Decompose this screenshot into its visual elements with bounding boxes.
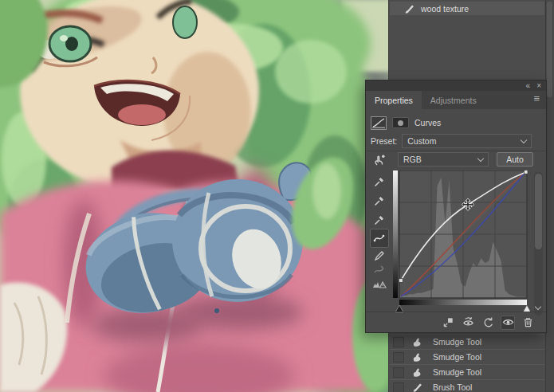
history-brush-source-checkbox[interactable] [393,367,404,378]
smudge-icon [411,351,422,363]
history-row-label: Smudge Tool [433,337,481,347]
curve-point[interactable] [399,279,403,283]
curves-adjustment-icon [371,116,387,130]
properties-panel: « × Properties Adjustments ≡ Curves Pres… [365,80,547,333]
adjustment-header: Curves [371,114,541,131]
output-gradient-bar [393,171,398,298]
gray-point-eyedropper-icon[interactable] [371,193,387,209]
smudge-icon [411,336,422,347]
panel-titlebar: « × [366,80,546,91]
history-brush-source-checkbox[interactable] [393,352,404,363]
history-item-label: wood texture [421,4,469,14]
history-row-label: Brush Tool [433,382,472,392]
layer-mask-icon[interactable] [392,117,409,128]
brush-icon [411,382,422,392]
close-icon[interactable]: × [536,82,541,90]
collapse-panel-icon[interactable]: « [526,82,531,90]
toggle-visibility-icon[interactable] [501,316,515,330]
history-row[interactable]: Smudge Tool [390,334,544,349]
tab-adjustments[interactable]: Adjustments [422,91,485,109]
white-point-eyedropper-icon[interactable] [371,212,387,228]
curves-tool-column [366,151,393,312]
preset-value: Custom [407,136,436,146]
panel-menu-icon[interactable]: ≡ [533,93,540,104]
adjustment-action-bar [366,312,546,332]
panel-tabs: Properties Adjustments [366,91,546,109]
adjustment-title: Curves [415,118,441,127]
smudge-icon [411,367,422,378]
curve-point[interactable] [524,171,528,174]
history-scrollbar-thumb[interactable] [547,2,552,97]
chevron-down-icon [521,137,527,143]
input-gradient-bar [399,300,527,305]
history-row-label: Smudge Tool [433,367,481,377]
history-item-wood-texture[interactable]: wood texture [390,2,544,15]
clip-to-layer-icon[interactable] [441,316,455,330]
channel-select[interactable]: RGB [398,152,489,167]
history-brush-source-checkbox[interactable] [393,382,404,392]
auto-button[interactable]: Auto [497,152,533,167]
history-row[interactable]: Brush Tool [390,379,544,392]
edit-points-tool-icon[interactable] [370,229,389,248]
chevron-down-icon [477,155,484,162]
history-row-label: Smudge Tool [433,352,481,362]
history-brush-source-checkbox[interactable] [393,337,404,347]
brush-icon [403,3,415,14]
clipping-warning-icon[interactable] [371,276,387,292]
panel-scrollbar[interactable] [534,172,543,316]
preset-row: Preset: Custom [371,134,532,148]
curves-plot[interactable] [393,171,530,313]
tab-properties[interactable]: Properties [366,91,422,109]
panel-scrollbar-thumb[interactable] [535,174,542,249]
targeted-adjustment-tool-icon[interactable] [371,152,387,168]
black-point-eyedropper-icon[interactable] [371,174,387,190]
view-previous-state-icon[interactable] [461,316,475,330]
reset-icon[interactable] [481,316,495,330]
preset-label: Preset: [371,136,397,146]
history-row[interactable]: Smudge Tool [390,364,544,379]
pencil-tool-icon[interactable] [371,248,387,264]
history-row[interactable]: Smudge Tool [390,349,544,364]
preset-select[interactable]: Custom [402,134,532,148]
channel-value: RGB [403,155,422,164]
delete-icon[interactable] [521,316,535,330]
